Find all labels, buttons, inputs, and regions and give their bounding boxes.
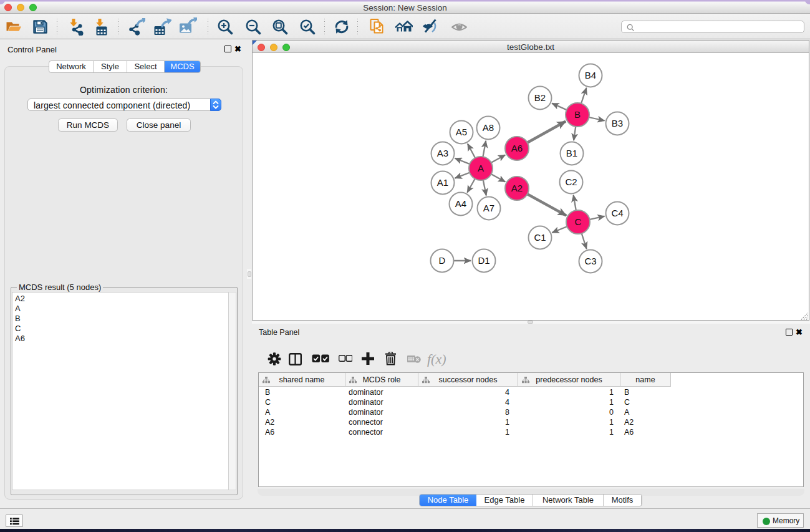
svg-text:B2: B2 [534,92,546,103]
svg-text:B3: B3 [612,118,623,128]
svg-text:C3: C3 [584,256,596,266]
svg-text:A: A [478,163,484,173]
svg-text:A2: A2 [511,183,523,193]
svg-text:B: B [574,109,581,120]
svg-text:C: C [575,216,582,227]
svg-text:C4: C4 [611,208,623,218]
svg-text:B1: B1 [566,148,577,158]
svg-text:A1: A1 [437,177,448,188]
svg-text:A6: A6 [511,143,523,153]
svg-text:A3: A3 [437,148,448,158]
svg-text:A4: A4 [455,198,466,209]
svg-text:A8: A8 [483,122,494,133]
svg-text:D1: D1 [478,255,489,266]
svg-text:A7: A7 [483,203,494,213]
svg-text:A5: A5 [456,127,467,137]
svg-text:C1: C1 [534,232,546,243]
svg-text:C2: C2 [565,177,577,187]
svg-text:B4: B4 [585,70,596,80]
svg-text:D: D [439,255,446,266]
